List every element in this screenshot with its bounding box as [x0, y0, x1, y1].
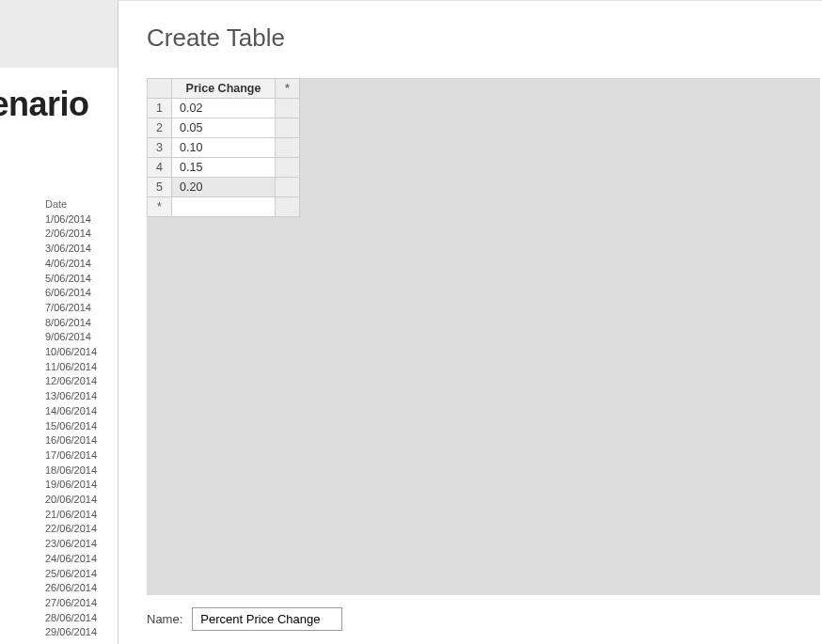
date-row: 5/06/2014 — [45, 272, 97, 287]
row-header[interactable]: 5 — [148, 178, 172, 197]
date-row: 27/06/2014 — [45, 596, 97, 611]
date-row: 22/06/2014 — [45, 522, 97, 537]
cell-empty[interactable] — [276, 178, 300, 197]
cell[interactable]: 0.05 — [172, 118, 276, 138]
date-row: 14/06/2014 — [45, 404, 97, 419]
cell-empty[interactable] — [276, 99, 300, 118]
date-row: 13/06/2014 — [45, 389, 97, 404]
date-row: 21/06/2014 — [45, 508, 97, 523]
date-row: 18/06/2014 — [45, 463, 97, 479]
data-entry-table[interactable]: Price Change * 1 0.02 2 0.05 3 0.10 4 0.… — [147, 78, 300, 217]
new-column-marker[interactable]: * — [276, 79, 300, 99]
cell[interactable]: 0.20 — [172, 178, 276, 197]
name-label: Name: — [147, 612, 182, 626]
date-row: 24/06/2014 — [45, 552, 97, 567]
date-row: 28/06/2014 — [45, 611, 97, 626]
table-name-input[interactable] — [192, 607, 342, 631]
row-header[interactable]: 4 — [148, 158, 172, 178]
select-all-corner[interactable] — [148, 79, 172, 99]
cell-empty[interactable] — [276, 118, 300, 138]
date-row: 1/06/2014 — [45, 212, 97, 228]
date-row: 8/06/2014 — [45, 316, 97, 331]
date-row: 6/06/2014 — [45, 286, 97, 301]
new-row-marker[interactable]: * — [148, 197, 172, 217]
dialog-title: Create Table — [119, 1, 822, 64]
cell[interactable]: 0.02 — [172, 99, 276, 118]
date-row: 9/06/2014 — [45, 330, 97, 345]
date-row: 29/06/2014 — [45, 625, 97, 640]
page-title-fragment: cenario — [0, 85, 89, 124]
cell[interactable]: 0.15 — [172, 158, 276, 178]
date-row: 17/06/2014 — [45, 448, 97, 463]
column-header[interactable]: Price Change — [172, 79, 276, 99]
date-row: 7/06/2014 — [45, 301, 97, 316]
date-row: 11/06/2014 — [45, 360, 97, 375]
row-header[interactable]: 1 — [148, 99, 172, 118]
date-column-header: Date — [45, 197, 97, 212]
cell-empty[interactable] — [276, 158, 300, 178]
date-row: 26/06/2014 — [45, 581, 97, 596]
date-row: 23/06/2014 — [45, 537, 97, 552]
table-editor-area[interactable]: Price Change * 1 0.02 2 0.05 3 0.10 4 0.… — [147, 78, 820, 595]
cell-empty[interactable] — [276, 138, 300, 158]
date-row: 20/06/2014 — [45, 493, 97, 508]
row-header[interactable]: 3 — [148, 138, 172, 158]
cell-empty[interactable] — [276, 197, 300, 217]
date-row: 16/06/2014 — [45, 433, 97, 448]
cell-empty[interactable] — [172, 197, 276, 217]
create-table-dialog: Create Table Price Change * 1 0.02 2 0.0… — [118, 0, 822, 644]
date-row: 10/06/2014 — [45, 345, 97, 360]
date-row: 3/06/2014 — [45, 242, 97, 257]
date-row: 4/06/2014 — [45, 257, 97, 272]
date-row: 12/06/2014 — [45, 374, 97, 389]
row-header[interactable]: 2 — [148, 118, 172, 138]
date-column: Date 1/06/2014 2/06/2014 3/06/2014 4/06/… — [45, 197, 97, 640]
cell[interactable]: 0.10 — [172, 138, 276, 158]
date-row: 15/06/2014 — [45, 419, 97, 434]
name-row: Name: — [147, 607, 342, 631]
date-row: 25/06/2014 — [45, 567, 97, 582]
date-row: 19/06/2014 — [45, 478, 97, 493]
date-row: 2/06/2014 — [45, 227, 97, 242]
